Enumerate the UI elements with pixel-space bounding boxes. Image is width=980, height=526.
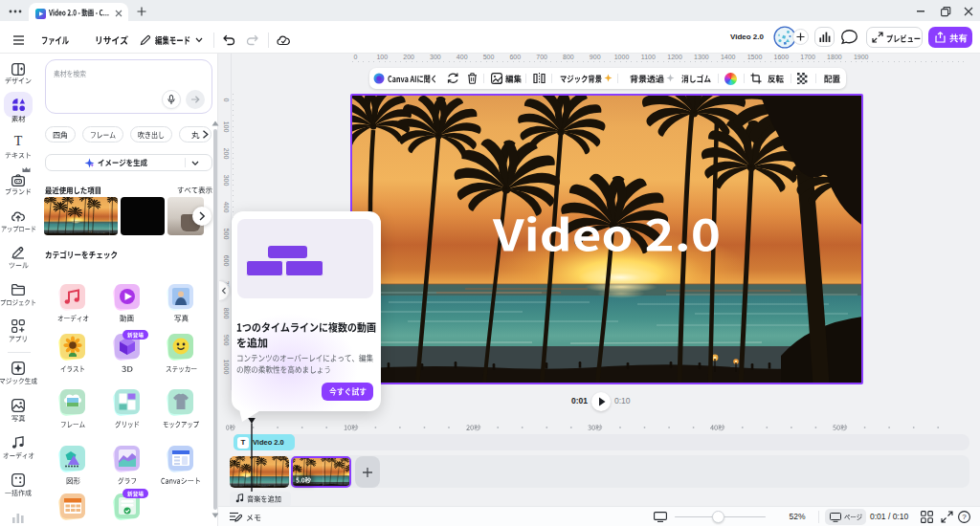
svg-text:?: ? — [962, 513, 967, 521]
